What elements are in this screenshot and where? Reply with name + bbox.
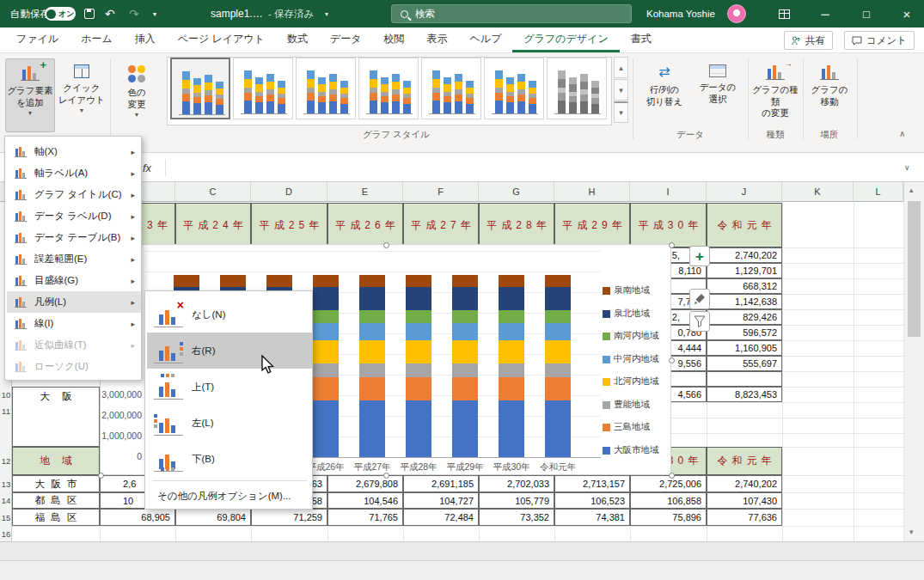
table-cell[interactable]: 106,523 <box>554 492 630 509</box>
table-cell[interactable]: 2,740,202 <box>707 247 782 263</box>
table-cell[interactable] <box>707 371 782 387</box>
table-cell[interactable]: 555,697 <box>707 356 782 371</box>
row-header-15[interactable]: 15 <box>0 509 12 526</box>
table-cell[interactable]: 1,129,701 <box>707 263 782 278</box>
column-header-C[interactable]: C <box>175 182 251 202</box>
table-cell[interactable]: 2,679,808 <box>327 475 403 492</box>
table-cell[interactable]: 104,546 <box>327 492 403 509</box>
column-header-L[interactable]: L <box>854 182 903 202</box>
table-cell[interactable]: 2,740,202 <box>707 475 782 492</box>
legend-option-3[interactable]: 左(L) <box>147 405 312 441</box>
column-header-K[interactable]: K <box>782 182 854 202</box>
bar-segment <box>406 363 431 377</box>
pref-label-cell[interactable]: 大阪 <box>12 387 100 447</box>
year-header-cell[interactable]: 平成25年 <box>251 203 327 247</box>
legend-option-2[interactable]: 上(T) <box>147 369 312 405</box>
menu-item-5[interactable]: 誤差範囲(E)▸ <box>7 248 141 270</box>
table-cell[interactable]: 2,725,006 <box>630 475 707 492</box>
bar-segment <box>452 400 478 457</box>
y-axis-label: 1,000,000 <box>101 430 142 443</box>
chart-elements-button[interactable]: + <box>689 246 710 266</box>
column-header-H[interactable]: H <box>554 182 630 202</box>
table-cell[interactable]: 829,426 <box>707 309 782 325</box>
row-label-cell[interactable]: 都島区 <box>12 492 100 509</box>
column-header-D[interactable]: D <box>251 182 327 202</box>
table-cell[interactable]: 596,572 <box>707 325 782 340</box>
table-cell[interactable]: 2,702,033 <box>479 475 554 492</box>
table-cell[interactable]: 69,804 <box>175 509 251 526</box>
year-header-cell[interactable]: 平成26年 <box>327 203 403 247</box>
table-cell[interactable]: 77,636 <box>707 509 782 526</box>
table-cell[interactable]: 1,160,905 <box>707 340 782 356</box>
year-header-cell[interactable]: 令和元年 <box>707 203 782 247</box>
table-cell[interactable]: 8,823,453 <box>707 387 782 402</box>
menu-item-0[interactable]: 軸(X)▸ <box>7 141 141 162</box>
year-header-cell[interactable]: 平成27年 <box>403 203 479 247</box>
selection-handle[interactable] <box>98 473 104 479</box>
more-legend-options-item[interactable]: その他の凡例オプション(M)... <box>147 484 312 508</box>
year-header-cell[interactable]: 令和元年 <box>707 447 782 475</box>
table-cell[interactable]: 75,896 <box>630 509 707 526</box>
table-cell[interactable]: 104,727 <box>403 492 479 509</box>
column-header-I[interactable]: I <box>630 182 707 202</box>
table-cell[interactable]: 73,352 <box>479 509 554 526</box>
legend-option-4[interactable]: 下(B) <box>147 441 312 477</box>
row-label-cell[interactable]: 大阪市 <box>12 475 100 492</box>
table-cell[interactable]: 71,259 <box>251 509 327 526</box>
chart-filters-button[interactable] <box>689 311 710 332</box>
table-cell[interactable]: 74,381 <box>554 509 630 526</box>
table-cell[interactable]: 1,142,638 <box>707 294 782 309</box>
year-header-cell[interactable]: 平成29年 <box>554 203 630 247</box>
region-header-cell[interactable]: 地域 <box>12 447 100 475</box>
column-header-G[interactable]: G <box>479 182 554 202</box>
selection-handle[interactable] <box>669 242 675 248</box>
legend-option-label: 左(L) <box>192 417 214 430</box>
chart-styles-button[interactable] <box>689 289 710 309</box>
menu-item-label: グラフ タイトル(C) <box>34 188 122 201</box>
column-header-F[interactable]: F <box>403 182 479 202</box>
year-header-cell[interactable]: 平成30年 <box>630 203 707 247</box>
selection-handle[interactable] <box>383 473 389 479</box>
excel-window: 自動保存 オン ↶ ↷ ▾ sample1.… - 保存済み ▾ 検索 Koha… <box>0 0 924 580</box>
row-header-14[interactable]: 14 <box>0 492 12 509</box>
menu-item-icon <box>15 254 27 265</box>
table-cell[interactable]: 71,765 <box>327 509 403 526</box>
bar-segment <box>313 310 339 322</box>
column-header-J[interactable]: J <box>707 182 782 202</box>
bar-segment <box>359 340 385 363</box>
row-header-11[interactable]: 11 <box>0 402 12 419</box>
table-cell[interactable]: 106,858 <box>630 492 707 509</box>
table-cell[interactable]: 2,713,157 <box>554 475 630 492</box>
menu-item-icon <box>15 211 27 222</box>
table-cell[interactable]: 107,430 <box>707 492 782 509</box>
row-header-16[interactable]: 16 <box>0 526 12 541</box>
row-label-cell[interactable]: 福島区 <box>12 509 100 526</box>
table-cell[interactable]: 68,905 <box>100 509 175 526</box>
plus-icon: + <box>695 249 704 264</box>
row-header-13[interactable]: 13 <box>0 475 12 492</box>
menu-item-3[interactable]: データ ラベル(D)▸ <box>7 205 141 227</box>
menu-item-1[interactable]: 軸ラベル(A)▸ <box>7 162 141 184</box>
selection-handle[interactable] <box>669 473 675 479</box>
menu-item-label: 軸ラベル(A) <box>34 167 88 180</box>
table-cell[interactable]: 668,312 <box>707 278 782 294</box>
year-header-cell[interactable]: 平成28年 <box>479 203 554 247</box>
table-cell[interactable]: 72,484 <box>403 509 479 526</box>
menu-item-7[interactable]: 凡例(L)▸ <box>7 291 141 313</box>
menu-item-8[interactable]: 線(I)▸ <box>7 313 141 334</box>
table-cell[interactable]: 2,691,185 <box>403 475 479 492</box>
legend-option-1[interactable]: 右(R) <box>147 333 312 369</box>
row-header-12[interactable]: 12 <box>0 447 12 475</box>
row-header-10[interactable]: 10 <box>0 387 12 402</box>
bar-segment <box>313 287 339 311</box>
menu-item-4[interactable]: データ テーブル(B)▸ <box>7 227 141 248</box>
bar-segment <box>452 275 478 286</box>
year-header-cell[interactable]: 平成24年 <box>175 203 251 247</box>
selection-handle[interactable] <box>383 242 389 248</box>
legend-option-0[interactable]: ×なし(N) <box>147 296 312 333</box>
selection-handle[interactable] <box>669 357 675 363</box>
column-header-E[interactable]: E <box>327 182 403 202</box>
menu-item-6[interactable]: 目盛線(G)▸ <box>7 270 141 291</box>
table-cell[interactable]: 105,779 <box>479 492 554 509</box>
menu-item-2[interactable]: グラフ タイトル(C)▸ <box>7 184 141 205</box>
